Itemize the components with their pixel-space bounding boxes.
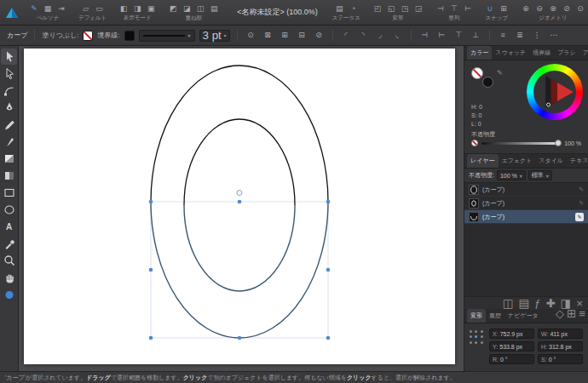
document-page[interactable] [24,49,455,364]
flip-horizontal-icon[interactable]: ◰ [372,3,383,14]
transform-options-icon[interactable]: ◇ [556,309,564,320]
tab-color[interactable]: カラー [467,46,492,60]
anchor-dot-selected[interactable] [475,335,477,338]
noise-swatch-icon[interactable] [471,140,478,146]
open-document-icon[interactable]: ▭ [95,3,105,14]
fill-tool[interactable] [1,151,17,167]
pixel-persona-icon[interactable]: ▦ [43,3,53,14]
stroke-swatch-circle[interactable] [482,77,493,88]
layer-row-selected[interactable]: (カーブ) ✎ [464,210,588,224]
fill-stroke-swatches[interactable] [471,67,493,88]
anchor-dot[interactable] [481,335,483,338]
flip-vertical-icon[interactable]: ◱ [386,3,396,14]
layer-thumbnail[interactable] [469,185,479,195]
selection-handle-mid-right[interactable] [326,268,331,272]
vector-brush-tool[interactable] [1,134,17,150]
curve-action-button[interactable]: ◟ [391,29,404,42]
boolean-combine-icon[interactable]: ⊙ [575,3,585,14]
tab-styles[interactable]: スタイル [535,154,567,168]
align-left-button[interactable]: ⊣ [418,29,431,42]
rectangle-tool[interactable] [1,185,17,201]
reverse-curve-button[interactable]: ◝ [357,29,370,42]
transform-grid-icon[interactable]: ⊞ [567,309,576,320]
add-layer-button[interactable]: ✚ [545,297,555,310]
group-layers-button[interactable]: ◨ [561,297,572,310]
adjustment-button[interactable]: ▤ [518,297,529,310]
tab-transform[interactable]: 変形 [467,309,486,323]
distribute-button[interactable]: ≡ [497,29,510,42]
origin-marker[interactable] [237,191,242,196]
tab-brushes[interactable]: ブラシ [554,46,579,60]
anchor-dot[interactable] [470,341,472,344]
stroke-color-swatch[interactable] [124,31,135,41]
tab-effects[interactable]: エフェクト [499,154,536,168]
node-tool[interactable] [1,66,17,82]
selection-handle-mid-left[interactable] [149,268,153,272]
selection-handle-top-center[interactable] [238,200,242,204]
opacity-slider[interactable] [481,142,561,145]
break-curve-button[interactable]: ⊟ [296,29,308,42]
color-picker-tool[interactable] [1,236,17,252]
rotate-ccw-icon[interactable]: ◳ [400,3,410,14]
ellipse-tool[interactable] [1,202,17,218]
tab-navigator[interactable]: ナビゲータ [504,309,542,323]
anchor-dot[interactable] [481,330,483,333]
anchor-dot[interactable] [481,341,483,344]
transform-h-field[interactable]: H: 312.8 px [538,341,583,352]
align-right-button[interactable]: ⊢ [435,29,448,42]
order-backward-icon[interactable]: ◫ [195,3,205,14]
selection-handle-bottom-center[interactable] [238,336,242,340]
layer-row[interactable]: (カーブ) ✎ [464,197,588,210]
anchor-dot[interactable] [470,335,472,338]
join-curves-button[interactable]: ⊞ [279,29,291,42]
view-mode-vector-icon[interactable]: ◧ [118,3,129,14]
snap-magnet-icon[interactable]: ∪ [485,3,495,14]
curve-action-button[interactable]: ◞ [374,29,387,42]
add-mask-button[interactable]: ◫ [503,297,514,310]
inner-curve-bottom-selected[interactable] [184,205,295,291]
order-to-back-icon[interactable]: ▤ [209,3,219,14]
fill-color-swatch[interactable] [83,31,93,41]
blend-mode-dropdown[interactable]: 標準 ▾ [528,170,552,180]
distribute-vertical-button[interactable]: ≣ [514,29,527,42]
view-tool[interactable] [1,270,17,286]
layer-thumbnail[interactable] [469,212,479,222]
layer-thumbnail[interactable] [469,198,479,209]
boolean-subtract-icon[interactable]: ⊖ [534,3,545,14]
boolean-intersect-icon[interactable]: ⊗ [548,3,558,14]
align-top-button[interactable]: ⊤ [453,29,465,42]
corner-tool[interactable] [1,83,17,99]
sl-triangle[interactable] [527,64,583,120]
designer-persona-icon[interactable]: ✎ [29,3,39,14]
panel-menu-icon[interactable]: ≡ [579,309,585,320]
move-tool[interactable] [1,49,17,65]
snap-grid-icon[interactable]: ⊞ [499,3,509,14]
opacity-slider-knob[interactable] [555,140,562,146]
color-wheel[interactable] [527,64,583,120]
align-right-icon[interactable]: ⊢ [463,3,473,14]
smooth-curve-button[interactable]: ◜ [340,29,353,42]
outer-curve-bottom-selected[interactable] [151,202,328,338]
align-bottom-button[interactable]: ⊥ [470,29,482,42]
view-mode-split-icon[interactable]: ▣ [146,3,156,14]
status-info-icon[interactable]: ◔ [348,3,358,14]
tab-appearance[interactable]: アピアランス [579,46,588,60]
layer-effects-button[interactable]: ƒ [534,297,540,310]
close-curve-button[interactable]: ⊘ [313,29,326,42]
zoom-tool[interactable] [1,253,17,269]
align-left-icon[interactable]: ⊣ [435,3,446,14]
transform-y-field[interactable]: Y: 533.8 px [489,341,534,352]
stroke-width-input[interactable]: 3 pt ▾ [199,30,230,42]
transform-x-field[interactable]: X: 752.9 px [489,329,534,339]
rotate-cw-icon[interactable]: ◲ [413,3,424,14]
outer-curve-top[interactable] [151,66,328,202]
edit-pencil-icon[interactable]: ✎ [497,69,503,77]
stroke-style-dropdown[interactable]: ▾ [139,30,195,42]
tab-stroke[interactable]: 境界線 [529,46,554,60]
selection-handle-bottom-left[interactable] [149,336,153,340]
anchor-selector[interactable] [470,330,484,345]
anchor-dot[interactable] [475,341,477,344]
pen-tool[interactable] [1,100,17,116]
selection-handle-bottom-right[interactable] [326,336,331,340]
pencil-tool[interactable] [1,117,17,133]
